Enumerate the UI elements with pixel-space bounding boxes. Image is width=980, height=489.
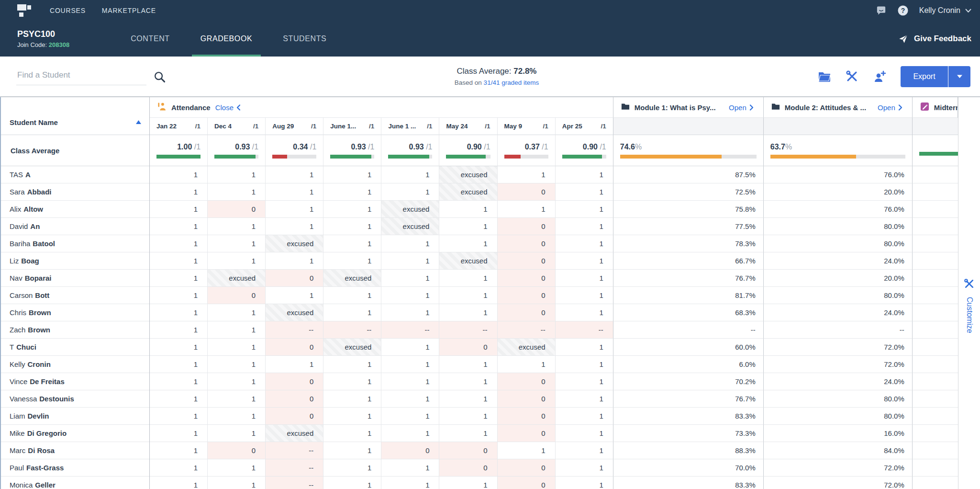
help-icon[interactable]: ? [897,5,909,16]
date-column-header[interactable]: Aug 29 /1 [266,118,323,135]
attendance-grade-cell[interactable]: 1 [556,390,613,408]
module2-grade-cell[interactable]: 80.0% [764,287,913,304]
attendance-grade-cell[interactable]: 0 [498,218,556,235]
attendance-grade-cell[interactable]: excused [266,304,323,321]
attendance-grade-cell[interactable]: 1 [556,304,613,321]
attendance-grade-cell[interactable]: 0 [498,304,556,321]
give-feedback-button[interactable]: Give Feedback [898,21,971,57]
module2-grade-cell[interactable]: 24.0% [764,373,913,390]
student-name-header[interactable]: Student Name [0,97,149,135]
attendance-grade-cell[interactable]: 1 [150,477,208,489]
midterm-grade-cell[interactable] [913,477,958,489]
module2-grade-cell[interactable]: 84.0% [764,442,913,459]
student-name-cell[interactable]: NavBoparai [0,270,149,287]
midterm-grade-cell[interactable] [913,218,958,235]
attendance-grade-cell[interactable]: 1 [556,287,613,304]
attendance-grade-cell[interactable]: 1 [208,477,266,489]
attendance-grade-cell[interactable]: 1 [556,339,613,356]
attendance-grade-cell[interactable]: 1 [381,339,439,356]
attendance-grade-cell[interactable]: 1 [323,201,381,218]
module1-grade-cell[interactable]: 76.7% [613,270,764,287]
attendance-grade-cell[interactable]: 1 [556,373,613,390]
attendance-grade-cell[interactable]: 1 [556,183,613,201]
attendance-grade-cell[interactable]: 0 [208,287,266,304]
attendance-grade-cell[interactable]: -- [323,321,381,339]
student-name-cell[interactable]: CarsonBott [0,287,149,304]
student-name-cell[interactable]: LiamDevlin [0,408,149,425]
attendance-grade-cell[interactable]: -- [498,321,556,339]
attendance-grade-cell[interactable]: 1 [208,218,266,235]
attendance-grade-cell[interactable]: excused [439,166,497,183]
attendance-grade-cell[interactable]: 0 [208,201,266,218]
export-dropdown-button[interactable] [948,66,970,87]
module1-grade-cell[interactable]: 70.0% [613,459,764,477]
midterm-grade-cell[interactable] [913,270,958,287]
attendance-grade-cell[interactable]: 1 [323,304,381,321]
attendance-grade-cell[interactable]: -- [266,442,323,459]
attendance-grade-cell[interactable]: 1 [208,183,266,201]
date-column-header[interactable]: May 9 /1 [498,118,556,135]
midterm-grade-cell[interactable] [913,304,958,321]
sort-ascending-icon[interactable] [135,120,142,125]
attendance-grade-cell[interactable]: 1 [439,477,497,489]
attendance-grade-cell[interactable]: 0 [439,339,497,356]
attendance-grade-cell[interactable]: 1 [439,201,497,218]
module1-grade-cell[interactable]: 88.3% [613,442,764,459]
attendance-grade-cell[interactable]: excused [498,339,556,356]
attendance-grade-cell[interactable]: 1 [439,287,497,304]
graded-items-link[interactable]: 31/41 graded items [484,79,539,86]
attendance-grade-cell[interactable]: 1 [208,252,266,270]
module1-grade-cell[interactable]: -- [613,321,764,339]
module1-grade-cell[interactable]: 6.0% [613,356,764,373]
attendance-grade-cell[interactable]: -- [266,477,323,489]
attendance-grade-cell[interactable]: 0 [498,183,556,201]
attendance-grade-cell[interactable]: excused [381,218,439,235]
midterm-grade-cell[interactable] [913,408,958,425]
module2-grade-cell[interactable]: 24.0% [764,304,913,321]
attendance-grade-cell[interactable]: 1 [150,321,208,339]
attendance-grade-cell[interactable]: 1 [556,425,613,442]
attendance-grade-cell[interactable]: 1 [150,442,208,459]
attendance-grade-cell[interactable]: 0 [498,477,556,489]
module2-grade-cell[interactable]: 80.0% [764,408,913,425]
attendance-grade-cell[interactable]: 1 [381,459,439,477]
attendance-grade-cell[interactable]: excused [208,270,266,287]
attendance-grade-cell[interactable]: 1 [556,235,613,252]
date-column-header[interactable]: Apr 25 /1 [556,118,613,135]
module2-grade-cell[interactable]: 72.0% [764,356,913,373]
attendance-grade-cell[interactable]: 0 [439,442,497,459]
attendance-grade-cell[interactable]: 1 [323,408,381,425]
student-name-cell[interactable]: AlixAltow [0,201,149,218]
group-action-open[interactable]: Open [729,103,763,112]
student-name-cell[interactable]: DavidAn [0,218,149,235]
search-icon[interactable] [153,70,166,85]
module1-grade-cell[interactable]: 72.5% [613,183,764,201]
midterm-grade-cell[interactable] [913,425,958,442]
tophat-logo[interactable] [17,3,32,18]
student-name-cell[interactable]: TASA [0,166,149,183]
attendance-grade-cell[interactable]: 1 [556,166,613,183]
student-name-cell[interactable]: VanessaDestounis [0,390,149,408]
attendance-grade-cell[interactable]: 0 [266,373,323,390]
attendance-grade-cell[interactable]: 1 [150,356,208,373]
attendance-grade-cell[interactable]: 0 [498,235,556,252]
attendance-grade-cell[interactable]: 0 [498,373,556,390]
attendance-grade-cell[interactable]: 1 [150,201,208,218]
midterm-grade-cell[interactable] [913,390,958,408]
student-name-cell[interactable]: TChuci [0,339,149,356]
attendance-grade-cell[interactable]: 1 [150,304,208,321]
attendance-grade-cell[interactable]: 1 [323,287,381,304]
attendance-grade-cell[interactable]: 1 [150,425,208,442]
midterm-grade-cell[interactable] [913,356,958,373]
attendance-grade-cell[interactable]: 1 [208,408,266,425]
module1-grade-cell[interactable]: 77.5% [613,218,764,235]
module2-grade-cell[interactable]: 72.0% [764,477,913,489]
topnav-item-marketplace[interactable]: MARKETPLACE [102,7,156,14]
attendance-grade-cell[interactable]: 1 [439,373,497,390]
attendance-grade-cell[interactable]: 1 [150,270,208,287]
attendance-grade-cell[interactable]: 1 [381,235,439,252]
attendance-grade-cell[interactable]: 1 [208,235,266,252]
attendance-grade-cell[interactable]: 1 [150,373,208,390]
tools-icon[interactable] [846,70,858,83]
attendance-grade-cell[interactable]: 1 [381,356,439,373]
